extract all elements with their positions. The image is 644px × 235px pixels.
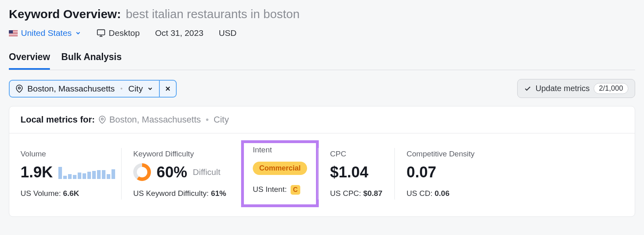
metric-volume-value: 1.9K bbox=[21, 164, 53, 181]
metric-keyword-difficulty: Keyword Difficulty 60% Difficult US Keyw… bbox=[121, 146, 242, 202]
close-icon bbox=[164, 85, 171, 92]
panel-header: Local metrics for: Boston, Massachusetts… bbox=[9, 106, 635, 133]
panel-header-place: Boston, Massachusetts bbox=[109, 114, 201, 125]
tab-overview[interactable]: Overview bbox=[9, 48, 50, 70]
metric-cpc-sub: US CPC: $0.87 bbox=[330, 189, 382, 198]
metric-kd-value: 60% bbox=[157, 164, 187, 181]
metric-volume-sub: US Volume: 6.6K bbox=[21, 189, 109, 198]
date-text: Oct 31, 2023 bbox=[155, 28, 203, 38]
metrics-row: Volume 1.9K US Volume: 6.6K Keyword Diff… bbox=[9, 133, 635, 216]
kd-donut-icon bbox=[133, 163, 151, 181]
metric-volume-label: Volume bbox=[21, 150, 109, 158]
metric-cpc-value: $1.04 bbox=[330, 164, 368, 181]
location-chip-clear[interactable] bbox=[159, 81, 176, 97]
metric-volume: Volume 1.9K US Volume: 6.6K bbox=[21, 146, 121, 202]
svg-point-3 bbox=[19, 87, 21, 89]
page-title-keyword: best italian restaurants in boston bbox=[126, 7, 299, 21]
metric-intent: Intent Commercial US Intent: C bbox=[241, 140, 319, 207]
page-title-row: Keyword Overview: best italian restauran… bbox=[9, 7, 635, 21]
check-icon bbox=[524, 85, 531, 92]
svg-rect-0 bbox=[97, 30, 105, 35]
flag-us-icon bbox=[9, 30, 18, 36]
page-title-label: Keyword Overview: bbox=[9, 7, 121, 21]
currency-selector[interactable]: USD bbox=[219, 28, 236, 38]
metric-intent-sub: US Intent: C bbox=[253, 185, 307, 195]
metric-cd-label: Competitive Density bbox=[407, 150, 487, 158]
dot-separator: • bbox=[204, 114, 211, 125]
metric-cpc-label: CPC bbox=[330, 150, 382, 158]
metric-intent-label: Intent bbox=[253, 146, 307, 154]
metric-cd-sub: US CD: 0.06 bbox=[407, 189, 487, 198]
update-metrics-label: Update metrics bbox=[535, 84, 590, 93]
location-chip-selector[interactable]: Boston, Massachusetts • City bbox=[10, 81, 159, 97]
metric-competitive-density: Competitive Density 0.07 US CD: 0.06 bbox=[394, 146, 499, 202]
currency-text: USD bbox=[219, 28, 236, 38]
device-selector[interactable]: Desktop bbox=[97, 28, 140, 38]
update-metrics-count: 2/1,000 bbox=[594, 83, 628, 94]
location-chip-type: City bbox=[128, 84, 143, 94]
country-selector[interactable]: United States bbox=[9, 28, 81, 38]
tab-bulk-analysis[interactable]: Bulk Analysis bbox=[61, 48, 122, 70]
svg-point-6 bbox=[101, 118, 103, 120]
update-metrics-button[interactable]: Update metrics 2/1,000 bbox=[517, 79, 635, 98]
filter-row: United States Desktop Oct 31, 2023 USD bbox=[9, 28, 635, 38]
local-metrics-panel: Local metrics for: Boston, Massachusetts… bbox=[9, 106, 635, 217]
country-name: United States bbox=[21, 28, 72, 38]
metric-kd-sub: US Keyword Difficulty: 61% bbox=[133, 189, 230, 198]
metric-cpc: CPC $1.04 US CPC: $0.87 bbox=[318, 146, 394, 202]
location-chip: Boston, Massachusetts • City bbox=[9, 80, 177, 98]
chevron-down-icon bbox=[75, 30, 81, 36]
metric-kd-qualifier: Difficult bbox=[193, 167, 220, 177]
volume-sparkline-icon bbox=[58, 165, 115, 179]
panel-header-prefix: Local metrics for: bbox=[21, 114, 95, 125]
device-label: Desktop bbox=[109, 28, 140, 38]
chevron-down-icon bbox=[147, 85, 153, 92]
desktop-icon bbox=[97, 29, 105, 37]
intent-pill: Commercial bbox=[253, 162, 307, 175]
dot-separator: • bbox=[119, 85, 124, 92]
intent-badge: C bbox=[291, 185, 300, 195]
metric-cd-value: 0.07 bbox=[407, 164, 436, 181]
map-pin-icon bbox=[15, 85, 23, 93]
location-chip-place: Boston, Massachusetts bbox=[27, 84, 115, 94]
date-selector[interactable]: Oct 31, 2023 bbox=[155, 28, 203, 38]
map-pin-icon bbox=[98, 116, 106, 124]
tabs: Overview Bulk Analysis bbox=[9, 48, 635, 70]
panel-header-type: City bbox=[214, 114, 229, 125]
metric-kd-label: Keyword Difficulty bbox=[133, 150, 230, 158]
controls-row: Boston, Massachusetts • City Update metr… bbox=[9, 79, 635, 98]
